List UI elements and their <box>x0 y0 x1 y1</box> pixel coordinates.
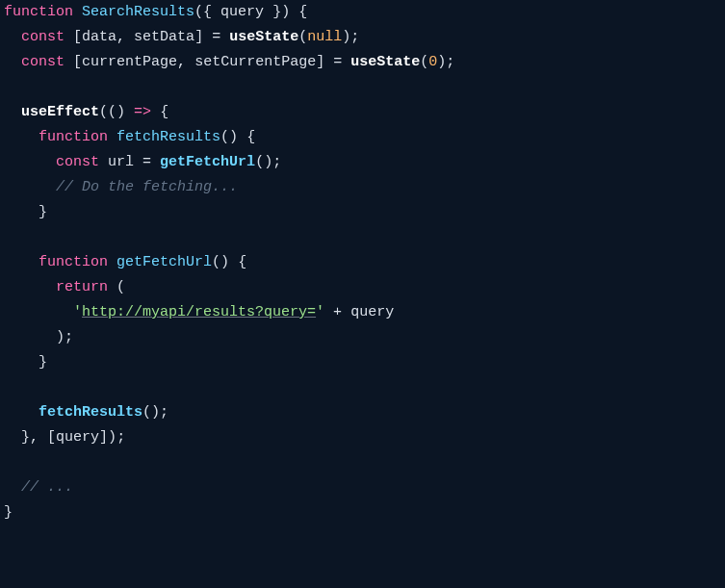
identifier: setData <box>134 29 194 45</box>
function-call: fetchResults <box>39 404 142 421</box>
semicolon: ; <box>272 154 281 170</box>
paren-close: ) <box>220 254 229 270</box>
keyword-function: function <box>39 254 108 270</box>
code-line: fetchResults(); <box>4 404 168 421</box>
paren-close: ) <box>437 54 446 70</box>
identifier: currentPage <box>82 54 177 70</box>
code-line: const url = getFetchUrl(); <box>4 154 281 170</box>
paren-open: ( <box>420 54 428 70</box>
semicolon: ; <box>446 54 454 70</box>
code-line: ); <box>4 329 73 345</box>
paren-close: ) <box>264 154 272 170</box>
brace-open: { <box>238 254 246 270</box>
function-name: fetchResults <box>117 129 220 145</box>
blank-line <box>4 79 13 95</box>
brace-close: } <box>4 504 13 521</box>
bracket-close: ] <box>99 429 108 446</box>
keyword-return: return <box>56 279 108 295</box>
identifier: query <box>350 304 394 320</box>
paren-open: ( <box>117 279 125 295</box>
code-line: return ( <box>4 279 125 295</box>
number-literal: 0 <box>428 54 437 70</box>
code-line: const [currentPage, setCurrentPage] = us… <box>4 54 454 70</box>
bracket-open: [ <box>73 29 82 45</box>
code-line: function getFetchUrl() { <box>4 254 246 270</box>
paren-close: ) <box>108 429 117 446</box>
paren-close: ) <box>151 404 160 421</box>
code-line: useEffect(() => { <box>4 104 168 120</box>
function-name: getFetchUrl <box>117 254 212 270</box>
bracket-open: [ <box>47 429 56 446</box>
hook-usestate: useState <box>350 54 420 70</box>
code-line: } <box>4 504 13 521</box>
semicolon: ; <box>65 329 73 345</box>
keyword-const: const <box>21 29 65 45</box>
paren-open: ( <box>220 129 229 145</box>
brace-open: { <box>246 129 255 145</box>
keyword-function: function <box>39 129 108 145</box>
comment: // Do the fetching... <box>56 179 238 195</box>
brace-open: { <box>298 4 307 20</box>
quote: ' <box>316 304 324 320</box>
space <box>264 4 272 20</box>
identifier: url <box>108 154 134 170</box>
paren-open: ( <box>212 254 220 270</box>
space <box>39 429 47 446</box>
bracket-open: [ <box>73 54 82 70</box>
paren-open: ( <box>99 104 108 120</box>
null-literal: null <box>307 29 342 45</box>
code-line: }, [query]); <box>4 429 125 446</box>
code-line: // Do the fetching... <box>4 179 238 195</box>
brace-close: } <box>272 4 281 20</box>
comma: , <box>30 429 39 446</box>
keyword-const: const <box>21 54 65 70</box>
paren-open: ( <box>298 29 307 45</box>
brace-open: { <box>160 104 168 120</box>
url-string: http://myapi/results?query= <box>82 304 316 320</box>
paren-close: ) <box>342 29 350 45</box>
paren-open: ( <box>108 104 117 120</box>
brace-close: } <box>39 204 47 220</box>
paren-close: ) <box>117 104 125 120</box>
plus: + <box>333 304 342 320</box>
identifier: data <box>82 29 117 45</box>
component-name: SearchResults <box>82 4 194 20</box>
arrow: => <box>134 104 151 120</box>
brace-close: } <box>21 429 30 446</box>
identifier: query <box>56 429 99 446</box>
space <box>212 4 220 20</box>
semicolon: ; <box>117 429 125 446</box>
code-line: // ... <box>4 479 73 496</box>
space <box>186 54 194 70</box>
paren-close: ) <box>56 329 65 345</box>
param: query <box>220 4 264 20</box>
code-line: } <box>4 204 47 220</box>
paren-open: ( <box>142 404 151 421</box>
identifier: setCurrentPage <box>194 54 316 70</box>
equals: = <box>212 29 220 45</box>
blank-line <box>4 229 13 245</box>
hook-useeffect: useEffect <box>21 104 99 120</box>
blank-line <box>4 454 13 471</box>
bracket-close: ] <box>316 54 324 70</box>
blank-line <box>4 379 13 396</box>
paren-close: ) <box>281 4 290 20</box>
equals: = <box>333 54 342 70</box>
paren-open: ( <box>194 4 203 20</box>
keyword-const: const <box>56 154 99 170</box>
paren-close: ) <box>229 129 238 145</box>
paren-open: ( <box>255 154 264 170</box>
code-line: } <box>4 354 47 371</box>
code-line: function fetchResults() { <box>4 129 255 145</box>
keyword-function: function <box>4 4 73 20</box>
space <box>125 29 134 45</box>
semicolon: ; <box>350 29 359 45</box>
quote: ' <box>73 304 82 320</box>
hook-usestate: useState <box>229 29 298 45</box>
equals: = <box>142 154 151 170</box>
code-line: 'http://myapi/results?query=' + query <box>4 304 394 320</box>
code-block: function SearchResults({ query }) { cons… <box>0 0 725 525</box>
comma: , <box>117 29 125 45</box>
brace-open: { <box>203 4 212 20</box>
comma: , <box>177 54 186 70</box>
